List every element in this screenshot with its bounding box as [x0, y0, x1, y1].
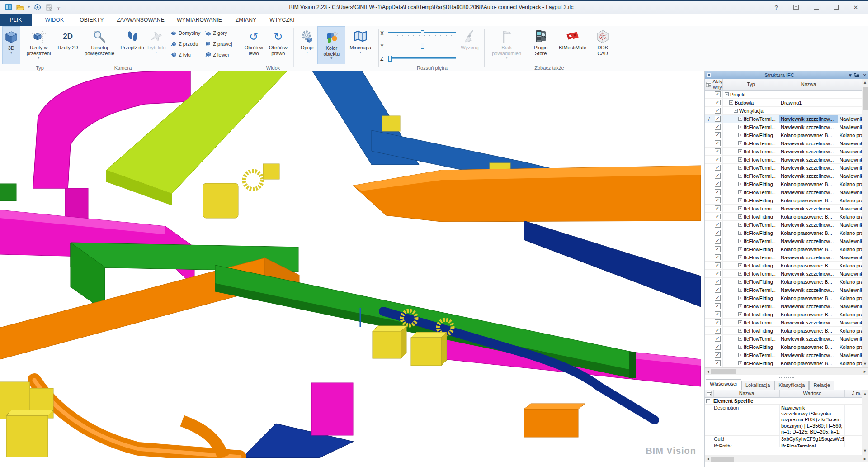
expand-icon[interactable]: +: [738, 353, 742, 357]
tree-row[interactable]: ✓−BudowlaDrawing1: [705, 99, 868, 107]
expand-icon[interactable]: +: [738, 231, 742, 235]
expand-icon[interactable]: +: [738, 198, 742, 202]
slider-x-handle[interactable]: [421, 30, 424, 36]
rzuty-w-przestrzeni-button[interactable]: Rzuty w przestrzeni▾: [22, 26, 56, 64]
tree-row[interactable]: ✓+IfcFlowFittingKolano prasowane: B...Ko…: [705, 131, 868, 139]
tree-row[interactable]: ✓+IfcFlowFittingKolano prasowane: B...Ko…: [705, 310, 868, 319]
expand-icon[interactable]: +: [738, 337, 742, 341]
visibility-checkbox[interactable]: ✓: [715, 205, 721, 211]
expand-icon[interactable]: +: [738, 247, 742, 251]
tree-row[interactable]: ✓+IfcFlowTermi...Nawiewnik szczelinow...…: [705, 205, 868, 213]
expand-icon[interactable]: +: [738, 312, 742, 316]
tree-row[interactable]: ✓+IfcFlowFittingKolano prasowane: B...Ko…: [705, 229, 868, 237]
obroc-w-prawo-button[interactable]: ↻ Obróć w prawo: [265, 26, 291, 64]
scroll-left-icon[interactable]: ◄: [705, 457, 711, 461]
slider-y[interactable]: [388, 43, 456, 49]
visibility-checkbox[interactable]: ✓: [715, 295, 721, 301]
opcje-button[interactable]: Opcje▾: [297, 26, 317, 64]
rzuty-2d-button[interactable]: 2D Rzuty 2D: [57, 26, 79, 64]
panel-menu-caret[interactable]: ▼: [847, 73, 854, 78]
expand-icon[interactable]: +: [738, 125, 742, 129]
tab-wlasciwosci[interactable]: Właściwości: [706, 379, 741, 390]
report-button[interactable]: [45, 4, 53, 11]
tree-horizontal-scrollbar[interactable]: ◄ ►: [705, 367, 868, 375]
visibility-checkbox[interactable]: ✓: [715, 352, 721, 358]
expand-icon[interactable]: +: [738, 239, 742, 243]
expand-icon[interactable]: +: [738, 214, 742, 219]
prop-horizontal-scrollbar[interactable]: ◄ ►: [705, 455, 868, 462]
tree-row[interactable]: ✓+IfcFlowTermi...Nawiewnik szczelinow...…: [705, 270, 868, 278]
visibility-checkbox[interactable]: ✓: [715, 344, 721, 350]
expand-icon[interactable]: +: [738, 304, 742, 308]
expand-icon[interactable]: +: [738, 361, 742, 365]
panel-close-icon[interactable]: ✕: [861, 73, 868, 78]
prop-corner-filter-icon[interactable]: [705, 390, 714, 397]
view-z-prawej-button[interactable]: Z prawej: [205, 38, 239, 49]
tree-row[interactable]: ✓+IfcFlowFittingKolano prasowane: B...Ko…: [705, 343, 868, 351]
expand-icon[interactable]: +: [738, 117, 742, 121]
visibility-checkbox[interactable]: ✓: [715, 140, 721, 146]
expand-icon[interactable]: +: [738, 320, 742, 324]
visibility-checkbox[interactable]: ✓: [715, 91, 721, 97]
expand-icon[interactable]: +: [738, 288, 742, 292]
tree-row[interactable]: ✓+IfcFlowTermi...Nawiewnik szczelinow...…: [705, 302, 868, 310]
visibility-checkbox[interactable]: ✓: [715, 222, 721, 228]
expand-icon[interactable]: +: [738, 190, 742, 194]
tab-relacje[interactable]: Relacje: [809, 381, 834, 390]
visibility-checkbox[interactable]: ✓: [715, 238, 721, 244]
tree-row[interactable]: ✓+IfcFlowTermi...Nawiewnik szczelinow...…: [705, 237, 868, 245]
scroll-right-icon[interactable]: ►: [736, 369, 868, 374]
yellow-box-top-center[interactable]: [203, 183, 238, 218]
visibility-checkbox[interactable]: ✓: [715, 271, 721, 276]
property-row[interactable]: DescriptionNawiewnik szczelinowy+Skrzynk…: [705, 405, 862, 436]
tree-row[interactable]: ✓+IfcFlowTermi...Nawiewnik szczelinow...…: [705, 188, 868, 196]
panel-splitter[interactable]: [705, 375, 868, 379]
bimestimate-button[interactable]: BIMestiMate: [555, 26, 590, 64]
visibility-checkbox[interactable]: ✓: [715, 189, 721, 195]
tab-widok[interactable]: WIDOK: [40, 14, 69, 26]
tree-row[interactable]: ✓+IfcFlowFittingKolano prasowane: B...Ko…: [705, 245, 868, 253]
expand-icon[interactable]: +: [738, 133, 742, 137]
tab-klasyfikacja[interactable]: Klasyfikacja: [774, 381, 809, 390]
slider-z[interactable]: [388, 56, 456, 62]
visibility-checkbox[interactable]: ✓: [715, 100, 721, 105]
scroll-right-icon[interactable]: ►: [734, 457, 868, 461]
fullscreen-button[interactable]: [792, 4, 800, 11]
kolor-obiektu-button[interactable]: Kolor obiektu▾: [317, 26, 345, 64]
col-nazwa[interactable]: Nazwa: [779, 79, 838, 90]
expand-icon[interactable]: +: [738, 206, 742, 210]
property-group-row[interactable]: −Element Specific: [705, 398, 862, 405]
scroll-down-icon[interactable]: ▼: [862, 448, 868, 453]
expand-icon[interactable]: +: [738, 263, 742, 267]
visibility-checkbox[interactable]: ✓: [715, 319, 721, 325]
expand-icon[interactable]: +: [738, 149, 742, 153]
tab-wymiarowanie[interactable]: WYMIAROWANIE: [173, 14, 226, 26]
plugin-store-button[interactable]: Plugin Store: [529, 26, 552, 64]
tree-row[interactable]: ✓+IfcFlowFittingKolano prasowane: B...Ko…: [705, 359, 868, 367]
visibility-checkbox[interactable]: ✓: [715, 303, 721, 309]
expand-icon[interactable]: +: [738, 141, 742, 145]
visibility-checkbox[interactable]: ✓: [715, 157, 721, 162]
przejdz-do-button[interactable]: Przejdź do: [120, 26, 145, 64]
visibility-checkbox[interactable]: ✓: [715, 165, 721, 171]
visibility-checkbox[interactable]: ✓: [715, 287, 721, 293]
scroll-up-icon[interactable]: ▲: [862, 79, 868, 85]
view-z-przodu-button[interactable]: Z przodu: [170, 38, 200, 49]
visibility-checkbox[interactable]: ✓: [715, 328, 721, 334]
visibility-checkbox[interactable]: ✓: [715, 230, 721, 236]
yellow-boxes-bottom-left[interactable]: [0, 382, 53, 457]
tree-row[interactable]: ✓+IfcFlowTermi...Nawiewnik szczelinow...…: [705, 335, 868, 343]
tree-vscroll-thumb[interactable]: [863, 87, 868, 110]
qat-customize-icon[interactable]: ╤: [57, 5, 60, 10]
slider-z-handle[interactable]: [388, 56, 392, 62]
view-z-lewej-button[interactable]: Z lewej: [205, 49, 239, 60]
dds-cad-button[interactable]: DDS CAD: [593, 26, 613, 64]
duct-navy-right[interactable]: [524, 221, 701, 307]
tree-row[interactable]: ✓+IfcFlowFittingKolano prasowane: B...Ko…: [705, 327, 868, 335]
prop-hscroll-thumb[interactable]: [711, 457, 734, 462]
scroll-up-icon[interactable]: ▲: [862, 390, 868, 396]
yellow-box-small[interactable]: [263, 164, 279, 179]
prop-col-wartosc[interactable]: Wartosc: [780, 390, 845, 397]
scroll-left-icon[interactable]: ◄: [705, 369, 711, 374]
visibility-checkbox[interactable]: ✓: [715, 108, 721, 114]
